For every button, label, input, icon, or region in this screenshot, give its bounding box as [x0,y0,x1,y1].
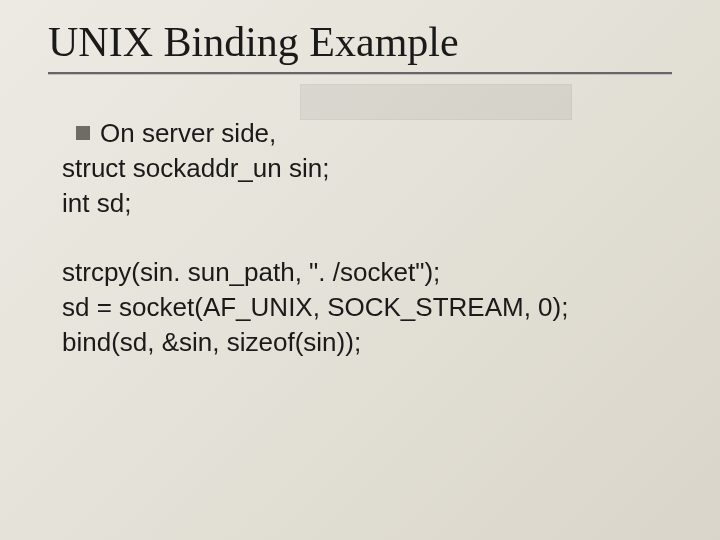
slide-body: On server side, struct sockaddr_un sin; … [62,116,680,361]
code-line-2: int sd; [62,186,680,221]
blank-line [62,221,680,255]
code-line-4: sd = socket(AF_UNIX, SOCK_STREAM, 0); [62,290,680,325]
slide-title: UNIX Binding Example [48,18,672,66]
bullet-line: On server side, [76,116,680,151]
square-bullet-icon [76,126,90,140]
code-line-3: strcpy(sin. sun_path, ". /socket"); [62,255,680,290]
title-area: UNIX Binding Example [48,18,672,75]
code-line-5: bind(sd, &sin, sizeof(sin)); [62,325,680,360]
code-line-1: struct sockaddr_un sin; [62,151,680,186]
slide: UNIX Binding Example On server side, str… [0,0,720,540]
title-underline [48,72,672,75]
title-shadow-decoration [300,84,572,120]
bullet-text: On server side, [100,116,276,151]
